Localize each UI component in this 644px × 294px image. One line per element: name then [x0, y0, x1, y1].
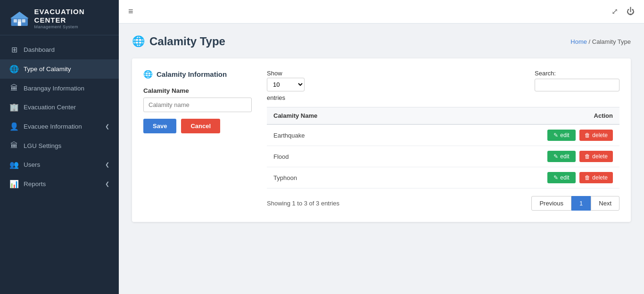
search-input[interactable] — [535, 79, 619, 91]
showing-text: Showing 1 to 3 of 3 entries — [267, 200, 339, 207]
logo-subtitle: Management System — [34, 24, 109, 29]
entries-select[interactable]: 10 25 50 100 — [267, 78, 305, 91]
calamity-name-label: Calamity Name — [143, 87, 252, 94]
edit-button-3[interactable]: ✎ edit — [547, 172, 575, 183]
sidebar-label-dashboard: Dashboard — [24, 46, 109, 53]
sidebar-icon-barangay-information: 🏛 — [9, 84, 19, 92]
col-action: Action — [415, 107, 619, 125]
sidebar-item-evacuation-center[interactable]: 🏢 Evacuation Center — [0, 98, 119, 117]
previous-button[interactable]: Previous — [531, 196, 571, 211]
sidebar-arrow-users: ❮ — [105, 162, 109, 168]
svg-marker-1 — [10, 12, 29, 18]
page-title: Calamity Type — [149, 35, 225, 48]
table-row: Flood ✎ edit 🗑 delete — [267, 146, 619, 167]
calamity-table: Calamity Name Action Earthquake ✎ edit 🗑… — [267, 107, 619, 188]
content-area: 🌐 Calamity Type Home / Calamity Type 🌐 C… — [119, 24, 644, 294]
search-group: Search: — [535, 70, 619, 91]
delete-button-3[interactable]: 🗑 delete — [579, 172, 613, 183]
topbar-right: ⤢ ⏻ — [611, 7, 635, 16]
sidebar-item-lgu-settings[interactable]: 🏛 LGU Settings — [0, 136, 119, 155]
delete-button-2[interactable]: 🗑 delete — [579, 151, 613, 162]
svg-rect-2 — [14, 19, 17, 23]
sidebar-arrow-reports: ❮ — [105, 181, 109, 187]
sidebar-item-reports[interactable]: 📊 Reports ❮ — [0, 174, 119, 194]
show-select-row: 10 25 50 100 — [267, 78, 305, 91]
power-icon[interactable]: ⏻ — [627, 7, 635, 16]
logo-text: EVACUATION CENTER Management System — [34, 8, 109, 29]
table-row: Earthquake ✎ edit 🗑 delete — [267, 124, 619, 146]
table-body: Earthquake ✎ edit 🗑 delete Flood ✎ edit … — [267, 124, 619, 188]
breadcrumb-separator: / — [589, 38, 591, 45]
search-label: Search: — [535, 70, 619, 77]
table-row: Typhoon ✎ edit 🗑 delete — [267, 167, 619, 188]
sidebar-nav: ⊞ Dashboard 🌐 Type of Calamity 🏛 Baranga… — [0, 35, 119, 294]
save-button[interactable]: Save — [143, 119, 176, 133]
table-panel: Show 10 25 50 100 entries — [267, 70, 619, 211]
cancel-button[interactable]: Cancel — [181, 119, 220, 133]
show-label: Show — [267, 70, 305, 77]
pagination-row: Showing 1 to 3 of 3 entries Previous 1 N… — [267, 196, 619, 211]
form-panel: 🌐 Calamity Information Calamity Name Sav… — [143, 70, 252, 211]
svg-rect-5 — [18, 22, 21, 26]
edit-icon-2: ✎ — [553, 153, 558, 160]
trash-icon-2: 🗑 — [585, 153, 590, 160]
breadcrumb-home[interactable]: Home — [570, 38, 587, 45]
delete-button-1[interactable]: 🗑 delete — [579, 130, 613, 141]
edit-button-2[interactable]: ✎ edit — [547, 151, 575, 162]
form-buttons: Save Cancel — [143, 119, 252, 133]
calamity-name-input[interactable] — [143, 98, 252, 112]
sidebar-icon-dashboard: ⊞ — [9, 45, 19, 54]
form-panel-icon: 🌐 — [143, 70, 153, 79]
sidebar-label-reports: Reports — [24, 180, 100, 188]
page-1-button[interactable]: 1 — [571, 196, 591, 211]
pagination: Previous 1 Next — [531, 196, 619, 211]
sidebar-item-barangay-information[interactable]: 🏛 Barangay Information — [0, 79, 119, 98]
breadcrumb-current: Calamity Type — [592, 38, 631, 45]
logo-title: EVACUATION CENTER — [34, 8, 109, 24]
trash-icon-3: 🗑 — [585, 174, 590, 181]
resize-icon[interactable]: ⤢ — [611, 7, 618, 16]
page-title-row: 🌐 Calamity Type — [132, 35, 225, 48]
breadcrumb: Home / Calamity Type — [570, 38, 631, 45]
row-name-3: Typhoon — [267, 167, 415, 188]
sidebar-label-evacuee-information: Evacuee Information — [24, 123, 100, 130]
main-content: ≡ ⤢ ⏻ 🌐 Calamity Type Home / Calamity Ty… — [119, 0, 644, 294]
page-header: 🌐 Calamity Type Home / Calamity Type — [132, 35, 631, 48]
sidebar-item-dashboard[interactable]: ⊞ Dashboard — [0, 40, 119, 59]
next-button[interactable]: Next — [591, 196, 619, 211]
row-actions-2: ✎ edit 🗑 delete — [415, 146, 619, 167]
topbar-left: ≡ — [128, 7, 133, 16]
entries-label: entries — [267, 94, 305, 101]
row-name-2: Flood — [267, 146, 415, 167]
form-panel-title-text: Calamity Information — [157, 70, 227, 78]
calamity-name-group: Calamity Name — [143, 87, 252, 112]
edit-icon-3: ✎ — [553, 174, 558, 181]
sidebar-label-lgu-settings: LGU Settings — [24, 142, 109, 149]
row-name-1: Earthquake — [267, 124, 415, 146]
sidebar-icon-reports: 📊 — [9, 180, 19, 188]
edit-icon-1: ✎ — [553, 132, 558, 139]
sidebar-label-type-of-calamity: Type of Calamity — [24, 65, 109, 73]
sidebar-item-evacuee-information[interactable]: 👤 Evacuee Information ❮ — [0, 117, 119, 136]
sidebar-icon-evacuation-center: 🏢 — [9, 103, 19, 112]
sidebar-icon-evacuee-information: 👤 — [9, 122, 19, 131]
logo-icon — [9, 9, 30, 28]
sidebar-item-users[interactable]: 👥 Users ❮ — [0, 155, 119, 174]
svg-rect-4 — [22, 19, 25, 23]
sidebar-icon-users: 👥 — [9, 160, 19, 169]
page-title-icon: 🌐 — [132, 35, 145, 48]
sidebar-icon-type-of-calamity: 🌐 — [9, 65, 19, 74]
sidebar: EVACUATION CENTER Management System ⊞ Da… — [0, 0, 119, 294]
trash-icon-1: 🗑 — [585, 132, 590, 139]
main-card: 🌐 Calamity Information Calamity Name Sav… — [132, 58, 631, 222]
sidebar-logo: EVACUATION CENTER Management System — [0, 0, 119, 35]
edit-button-1[interactable]: ✎ edit — [547, 130, 575, 141]
sidebar-label-barangay-information: Barangay Information — [24, 85, 109, 92]
sidebar-label-users: Users — [24, 161, 100, 168]
hamburger-icon[interactable]: ≡ — [128, 7, 133, 16]
table-controls: Show 10 25 50 100 entries — [267, 70, 619, 101]
sidebar-label-evacuation-center: Evacuation Center — [24, 104, 109, 111]
row-actions-1: ✎ edit 🗑 delete — [415, 124, 619, 146]
sidebar-item-type-of-calamity[interactable]: 🌐 Type of Calamity — [0, 59, 119, 79]
topbar: ≡ ⤢ ⏻ — [119, 0, 644, 24]
